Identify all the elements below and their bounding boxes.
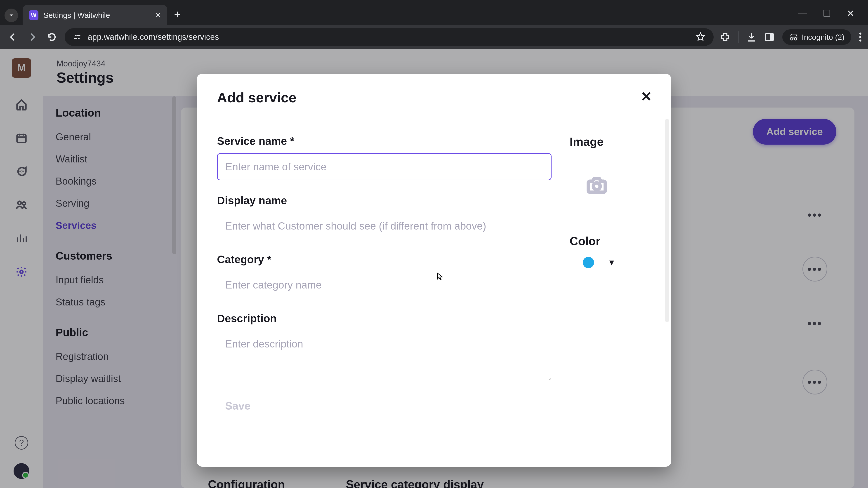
add-service-modal: Add service ✕ Service name * Display nam… [197, 74, 671, 467]
description-label: Description [217, 312, 552, 325]
modal-scrollbar[interactable] [665, 119, 669, 322]
save-button[interactable]: Save [217, 395, 258, 417]
window-close-button[interactable]: ✕ [847, 8, 855, 19]
svg-point-16 [593, 183, 600, 190]
incognito-icon [789, 33, 798, 41]
color-label: Color [569, 234, 651, 248]
service-name-label: Service name * [217, 135, 552, 147]
tab-close-button[interactable]: × [155, 10, 161, 20]
site-settings-icon[interactable] [73, 33, 82, 41]
toolbar-divider [738, 31, 739, 43]
tab-strip: W Settings | Waitwhile × + — ☐ ✕ [0, 0, 868, 25]
display-name-label: Display name [217, 194, 552, 207]
incognito-label: Incognito (2) [802, 33, 844, 41]
modal-title: Add service [217, 90, 651, 105]
image-label: Image [569, 135, 651, 149]
svg-point-8 [859, 39, 861, 41]
tab-favicon: W [29, 10, 38, 20]
svg-point-2 [78, 38, 80, 39]
incognito-indicator[interactable]: Incognito (2) [782, 29, 851, 45]
image-upload-drop[interactable] [579, 166, 615, 203]
svg-point-7 [859, 36, 861, 38]
svg-point-6 [859, 33, 861, 35]
new-tab-button[interactable]: + [167, 8, 188, 25]
browser-window: W Settings | Waitwhile × + — ☐ ✕ app.wai… [0, 0, 868, 488]
color-swatch [583, 257, 594, 268]
description-input[interactable] [217, 330, 552, 380]
window-maximize-button[interactable]: ☐ [823, 8, 831, 19]
bookmark-star-icon[interactable] [695, 32, 706, 42]
page-viewport: M ? Moodjoy7434 Settings Location Genera… [0, 49, 868, 488]
svg-rect-5 [770, 34, 773, 41]
extensions-icon[interactable] [720, 32, 730, 42]
back-button[interactable] [6, 31, 20, 43]
svg-rect-3 [74, 38, 77, 39]
forward-button[interactable] [26, 31, 39, 43]
side-panel-icon[interactable] [764, 32, 775, 42]
browser-toolbar: app.waitwhile.com/settings/services Inco… [0, 25, 868, 49]
modal-close-button[interactable]: ✕ [641, 89, 652, 104]
kebab-menu-icon[interactable] [859, 32, 862, 42]
display-name-input[interactable] [217, 213, 552, 239]
svg-rect-1 [77, 35, 80, 36]
camera-icon [587, 174, 607, 195]
service-name-input[interactable] [217, 153, 552, 180]
color-picker[interactable]: ▼ [583, 257, 651, 268]
window-minimize-button[interactable]: — [798, 8, 807, 19]
svg-point-0 [75, 35, 76, 36]
tab-title: Settings | Waitwhile [43, 11, 110, 20]
reload-button[interactable] [45, 31, 58, 43]
category-input[interactable] [217, 271, 552, 298]
category-label: Category * [217, 253, 552, 266]
tab-search-button[interactable] [4, 8, 18, 22]
browser-tab[interactable]: W Settings | Waitwhile × [23, 5, 167, 25]
address-bar[interactable]: app.waitwhile.com/settings/services [65, 28, 714, 46]
window-controls: — ☐ ✕ [789, 8, 864, 25]
url-text: app.waitwhile.com/settings/services [88, 32, 219, 42]
chevron-down-icon: ▼ [608, 258, 616, 267]
downloads-icon[interactable] [746, 32, 756, 42]
